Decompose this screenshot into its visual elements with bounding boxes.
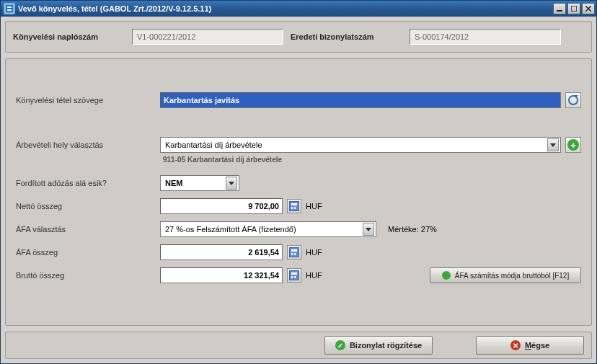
plus-icon: +	[567, 139, 579, 151]
net-amount-label: Nettó összeg	[16, 202, 160, 210]
gross-calc-button[interactable]	[287, 268, 301, 283]
vat-calc-button[interactable]	[287, 245, 301, 259]
revenue-place-subtext: 911-05 Karbantartási díj árbevétele	[160, 156, 282, 164]
vat-select-value: 27 %-os Felszámított ÁFA (fizetendő)	[162, 225, 296, 234]
entry-text-label: Könyvelési tétel szövege	[16, 96, 160, 105]
app-icon	[4, 3, 15, 14]
reverse-vat-value: NEM	[162, 179, 182, 187]
calculator-icon	[289, 247, 299, 257]
gross-amount-input[interactable]	[160, 267, 283, 283]
entry-text-input[interactable]	[160, 92, 561, 108]
vat-select-dropdown-button[interactable]	[363, 223, 374, 236]
window-frame: Vevő könyvelés, tétel (GABOL Zrt./2012/V…	[0, 0, 597, 364]
header-panel: Könyvelési naplószám V1-000221/2012 Ered…	[5, 21, 592, 53]
svg-rect-1	[7, 6, 12, 8]
svg-rect-2	[7, 9, 12, 11]
refresh-icon	[568, 95, 578, 105]
calculator-icon	[289, 201, 299, 211]
cancel-icon: ✕	[510, 340, 521, 350]
calculator-icon	[289, 270, 299, 280]
revenue-place-value: Karbantartási díj árbevétele	[162, 141, 262, 149]
vat-currency: HUF	[306, 248, 322, 257]
revenue-place-select[interactable]: Karbantartási díj árbevétele	[160, 137, 561, 153]
chevron-down-icon	[550, 143, 556, 147]
gross-currency: HUF	[306, 271, 322, 280]
chevron-down-icon	[366, 228, 371, 231]
revenue-place-dropdown-button[interactable]	[547, 138, 559, 151]
titlebar: Vevő könyvelés, tétel (GABOL Zrt./2012/V…	[1, 1, 596, 17]
gross-amount-label: Bruttó összeg	[16, 271, 160, 280]
ok-icon: ✓	[335, 340, 345, 350]
net-calc-button[interactable]	[287, 199, 301, 213]
reverse-vat-label: Fordított adózás alá esik?	[16, 179, 160, 187]
add-revenue-place-button[interactable]: +	[565, 137, 581, 153]
vat-select-label: ÁFA választás	[16, 225, 160, 234]
journal-number-field: V1-000221/2012	[132, 29, 283, 45]
vat-amount-label: ÁFA összeg	[16, 248, 160, 257]
vat-rate-label: Mértéke: 27%	[388, 225, 437, 234]
vat-calc-mode-button[interactable]: ÁFA számítás módja bruttóból [F12]	[430, 267, 581, 283]
revenue-place-label: Árbevételi hely választás	[16, 141, 160, 149]
save-voucher-label: Bizonylat rögzítése	[350, 341, 422, 350]
chevron-down-icon	[229, 182, 234, 185]
cancel-button[interactable]: ✕ Mégse	[476, 336, 584, 355]
close-button[interactable]	[582, 3, 595, 14]
reverse-vat-select[interactable]: NEM	[160, 175, 239, 191]
svg-rect-0	[6, 5, 13, 12]
main-panel: Könyvelési tétel szövege Árbevételi hely…	[5, 58, 592, 326]
vat-select[interactable]: 27 %-os Felszámított ÁFA (fizetendő)	[160, 221, 376, 237]
reverse-vat-dropdown-button[interactable]	[226, 177, 237, 190]
reset-entry-text-button[interactable]	[565, 92, 581, 108]
svg-rect-4	[571, 6, 577, 12]
minimize-button[interactable]	[553, 3, 566, 14]
cancel-label: Mégse	[525, 341, 549, 350]
client-area: Könyvelési naplószám V1-000221/2012 Ered…	[1, 17, 596, 363]
vat-calc-mode-label: ÁFA számítás módja bruttóból [F12]	[455, 272, 569, 280]
net-amount-input[interactable]	[160, 198, 283, 214]
original-voucher-field: S-000174/2012	[410, 29, 561, 45]
vat-amount-input[interactable]	[160, 244, 283, 260]
gear-icon	[442, 271, 451, 280]
maximize-button[interactable]	[567, 3, 580, 14]
journal-number-label: Könyvelési naplószám	[13, 32, 125, 41]
net-currency: HUF	[306, 202, 322, 210]
original-voucher-label: Eredeti bizonylatszám	[291, 32, 402, 41]
window-title: Vevő könyvelés, tétel (GABOL Zrt./2012/V…	[18, 4, 553, 13]
footer-panel: ✓ Bizonylat rögzítése ✕ Mégse	[5, 332, 592, 359]
svg-rect-3	[557, 10, 562, 12]
save-voucher-button[interactable]: ✓ Bizonylat rögzítése	[324, 336, 433, 355]
